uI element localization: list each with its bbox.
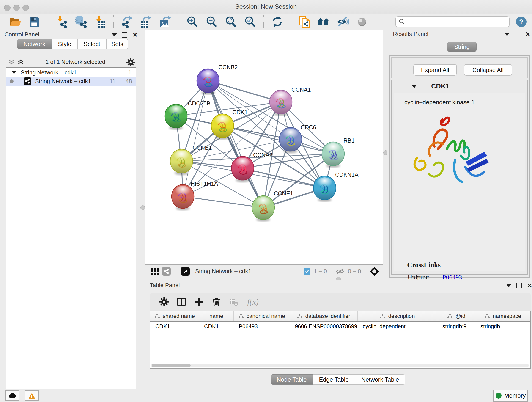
tab-select[interactable]: Select [77, 39, 106, 49]
network-node-CCNA1[interactable] [270, 90, 292, 116]
network-icon-gray[interactable] [162, 267, 171, 276]
tab-sets[interactable]: Sets [106, 39, 128, 49]
table-cell[interactable]: CDK1 [150, 322, 199, 331]
column-type-icon [297, 313, 302, 319]
network-node-HIST1H1A[interactable] [172, 185, 194, 211]
results-panel-menu-icon[interactable] [505, 33, 510, 36]
birdseye-grid-icon[interactable] [151, 267, 160, 276]
function-builder-icon[interactable]: f(x) [247, 297, 259, 307]
network-canvas[interactable]: CCNB2CCNA1CDC25BCDK1CDC6RB1CCNB1CCNA2CDK… [145, 30, 383, 265]
import-table-file-icon[interactable] [94, 15, 106, 28]
edge-HIST1H1A-CCNE1[interactable] [183, 196, 263, 208]
control-panel-float-icon[interactable] [122, 32, 127, 38]
tab-edge-table[interactable]: Edge Table [313, 375, 355, 385]
table-cell[interactable]: stringdb:9... [437, 322, 475, 331]
table-row[interactable]: CDK1CDK1P064939606.ENSP00000378699cyclin… [150, 322, 530, 331]
export-image-icon[interactable] [159, 15, 172, 28]
save-session-icon[interactable] [28, 15, 41, 28]
network-node-CDKN1A[interactable] [313, 176, 336, 202]
table-cell[interactable]: stringdb [475, 322, 530, 331]
collapse-all-networks-icon[interactable] [8, 59, 15, 65]
collection-expand-icon[interactable] [12, 71, 17, 74]
crosshair-icon[interactable] [370, 267, 379, 276]
table-cell[interactable]: P06493 [234, 322, 290, 331]
network-collection-row[interactable]: String Network – cdk1 1 [6, 68, 136, 77]
network-node-count: 11 [109, 78, 115, 85]
warning-status-button[interactable] [25, 390, 39, 401]
show-columns-icon[interactable] [175, 296, 188, 308]
table-settings-gear-icon[interactable] [158, 296, 170, 308]
network-node-CCNB2[interactable] [197, 69, 219, 95]
zoom-out-icon[interactable] [205, 15, 218, 28]
node-table[interactable]: shared namenamecanonical namedatabase id… [150, 311, 531, 369]
hide-show-icon[interactable] [336, 15, 349, 28]
help-button[interactable]: ? [516, 17, 526, 27]
tab-network-table[interactable]: Network Table [355, 375, 405, 385]
import-network-file-icon[interactable] [55, 15, 68, 28]
tab-style[interactable]: Style [52, 39, 77, 49]
detach-view-icon[interactable] [181, 267, 190, 276]
results-panel-float-icon[interactable] [515, 32, 520, 37]
table-panel-menu-icon[interactable] [506, 284, 511, 287]
vertical-splitter-grip[interactable] [140, 205, 145, 210]
network-options-gear-icon[interactable] [127, 58, 135, 66]
search-box[interactable] [395, 16, 510, 27]
memory-button[interactable]: Memory [493, 390, 528, 402]
cloud-status-button[interactable] [5, 390, 19, 401]
network-node-CDC25B[interactable] [165, 104, 187, 130]
scrollbar-thumb[interactable] [152, 364, 191, 367]
eye-icon[interactable] [355, 15, 368, 28]
control-panel-close-icon[interactable]: ✕ [133, 32, 138, 37]
table-panel-float-icon[interactable] [516, 283, 522, 288]
edge-CCNB2-CCNE1[interactable] [208, 81, 263, 208]
tab-string[interactable]: String [447, 42, 476, 52]
column-header[interactable]: name [199, 311, 234, 321]
memory-status-dot [496, 393, 501, 399]
network-node-CCNE1[interactable] [252, 196, 274, 222]
add-column-icon[interactable] [193, 296, 205, 308]
current-network-name: String Network – cdk1 [195, 268, 251, 274]
column-type-icon [238, 313, 244, 319]
protein-collapse-icon[interactable] [412, 85, 417, 88]
export-network-icon[interactable] [120, 15, 133, 28]
refresh-icon[interactable] [271, 15, 284, 28]
column-header[interactable]: @id [437, 311, 475, 321]
tab-node-table[interactable]: Node Table [271, 375, 313, 385]
table-panel-close-icon[interactable]: ✕ [527, 283, 532, 288]
column-header[interactable]: description [358, 311, 437, 321]
delete-column-icon[interactable] [210, 296, 222, 308]
import-network-database-icon[interactable] [74, 15, 87, 28]
home-string-icon[interactable] [317, 15, 330, 28]
table-cell[interactable]: CDK1 [199, 322, 234, 331]
column-header[interactable]: canonical name [234, 311, 290, 321]
expand-all-networks-icon[interactable] [17, 59, 24, 65]
hidden-eye-icon[interactable] [336, 268, 345, 275]
table-horizontal-scrollbar[interactable] [151, 364, 529, 367]
network-row-selected[interactable]: String Network – cdk1 11 48 [6, 77, 136, 86]
expand-all-button[interactable]: Expand All [413, 64, 457, 76]
table-cell[interactable]: 9606.ENSP00000378699 [290, 322, 358, 331]
tab-network[interactable]: Network [17, 39, 52, 49]
delete-table-icon[interactable] [228, 296, 240, 308]
search-input[interactable] [407, 18, 506, 25]
zoom-fit-icon[interactable] [225, 15, 237, 28]
node-label-CCNA2: CCNA2 [253, 152, 273, 158]
zoom-in-icon[interactable] [186, 15, 199, 28]
network-node-RB1[interactable] [322, 142, 344, 168]
table-cell[interactable]: cyclin–dependent ... [358, 322, 437, 331]
export-table-icon[interactable] [140, 15, 152, 28]
collection-label: String Network – cdk1 [21, 69, 77, 76]
toolbar-separator [264, 15, 264, 28]
results-panel-close-icon[interactable]: ✕ [525, 32, 530, 37]
network-node-CCNB1[interactable] [170, 149, 193, 175]
column-header[interactable]: namespace [475, 311, 530, 321]
selected-checkbox-icon[interactable] [304, 268, 310, 275]
protein-description: cyclin–dependent kinase 1 [404, 99, 475, 106]
zoom-selected-icon[interactable] [244, 15, 257, 28]
column-header[interactable]: database identifier [290, 311, 358, 321]
open-session-icon[interactable] [9, 15, 22, 28]
clone-network-icon[interactable] [298, 15, 311, 28]
control-panel-menu-icon[interactable] [112, 33, 117, 36]
collapse-all-button[interactable]: Collapse All [464, 64, 512, 76]
column-header[interactable]: shared name [150, 311, 199, 321]
